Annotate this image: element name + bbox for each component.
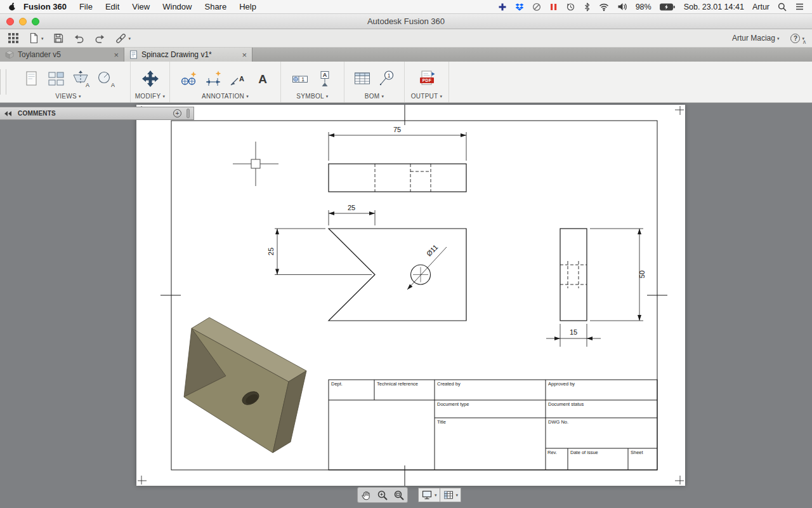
tab-toylander[interactable]: Toylander v5 × [0,48,124,62]
output-menu[interactable]: OUTPUT▾ [411,93,443,100]
spotlight-search-icon[interactable] [778,3,787,11]
collapse-panel-icon[interactable] [4,110,13,117]
drawing-sheet[interactable]: 75 25 25 Ø11 [136,105,685,486]
pdf-label: PDF [422,78,431,83]
menu-share[interactable]: Share [198,2,233,11]
caret-down-icon: ▾ [79,94,81,98]
leader-text-icon[interactable]: A [228,69,247,88]
document-tabbar: Toylander v5 × Spinacz Drawing v1* × [0,48,812,62]
modify-menu[interactable]: MODIFY▾ [135,93,166,100]
dim-notch-depth-text: 25 [348,204,355,211]
move-icon[interactable] [141,69,160,88]
pan-button[interactable] [358,488,374,502]
caret-down-icon: ▾ [440,94,443,98]
window-zoom-button[interactable] [32,18,39,25]
account-menu[interactable]: Artur Maciag ▾ [732,34,780,43]
zoom-button[interactable] [374,488,391,502]
dimension-notch-depth[interactable]: 25 [329,204,375,225]
wifi-icon[interactable] [599,2,609,11]
dimension-icon[interactable] [179,69,198,88]
pause-icon[interactable] [549,3,558,11]
undo-button[interactable] [73,32,85,44]
ribbon-group-output: PDF OUTPUT▾ [405,62,449,102]
window-minimize-button[interactable] [19,18,27,25]
caret-down-icon: ▾ [129,36,131,41]
notification-center-icon[interactable] [795,3,804,11]
collapse-toolbar-chevron[interactable]: ∧ [799,39,809,45]
bom-label: BOM [365,93,380,100]
macos-menubar: Fusion 360 File Edit View Window Share H… [0,0,812,14]
menubar-clock[interactable]: Sob. 23.01 14:41 [684,3,744,11]
time-machine-icon[interactable] [566,2,575,11]
view-origin-marker[interactable] [233,142,278,186]
window-close-button[interactable] [6,18,14,25]
zoom-window-button[interactable] [391,488,407,502]
comments-scrollbar[interactable] [187,109,190,118]
balloon-icon[interactable]: 1 [377,69,396,88]
table-icon[interactable] [353,69,372,88]
dimension-height[interactable]: 50 [590,229,646,321]
sheet-frame [138,105,684,486]
iso-view[interactable] [184,318,306,453]
menu-help[interactable]: Help [233,2,263,11]
grid-settings-button[interactable]: ▾ [440,488,462,502]
account-name: Artur Maciag [732,34,775,43]
bom-menu[interactable]: BOM▾ [365,93,384,100]
save-button[interactable] [53,32,64,44]
caret-down-icon: ▾ [246,94,249,98]
close-tab-icon[interactable]: × [242,51,247,59]
annotation-label: ANNOTATION [202,93,244,100]
projected-view-icon[interactable] [46,69,65,88]
titleblock-title: Title [437,419,446,425]
menu-view[interactable]: View [126,2,156,11]
annotation-menu[interactable]: ANNOTATION▾ [202,93,249,100]
volume-icon[interactable] [617,2,627,11]
views-menu[interactable]: VIEWS▾ [55,93,81,100]
menu-app-name[interactable]: Fusion 360 [17,2,73,11]
detail-view-icon[interactable]: A [96,69,115,88]
base-view-icon[interactable] [22,69,41,88]
text-icon[interactable]: A [253,69,272,88]
section-view-icon[interactable]: A [71,69,90,88]
detail-label: A [111,82,115,88]
comments-panel-bar[interactable]: COMMENTS + [0,107,194,120]
file-menu-button[interactable]: ▾ [28,32,44,44]
menu-window[interactable]: Window [156,2,198,11]
window-titlebar[interactable]: Autodesk Fusion 360 [0,14,812,29]
dimension-notch-height[interactable]: 25 [267,229,372,275]
close-tab-icon[interactable]: × [114,51,119,59]
output-label: OUTPUT [411,93,438,100]
share-link-button[interactable]: ▾ [115,32,131,44]
dimension-thickness[interactable]: 15 [546,324,601,347]
app-toolbar: ▾ ▾ Artur Maciag ▾ ? ▾ [0,29,812,48]
feature-control-frame-icon[interactable]: 1 [291,69,310,88]
ribbon-grip[interactable] [0,69,6,95]
menu-file[interactable]: File [73,2,99,11]
redo-button[interactable] [94,32,106,44]
data-panel-button[interactable] [8,32,19,44]
apple-menu-icon[interactable] [8,2,17,11]
battery-icon[interactable] [660,3,676,11]
top-view[interactable] [329,164,466,192]
pdf-output-icon[interactable]: PDF [417,69,436,88]
fusion-360-window: Fusion 360 File Edit View Window Share H… [0,0,812,508]
menu-edit[interactable]: Edit [99,2,126,11]
add-comment-button[interactable]: + [173,109,181,117]
ribbon-group-annotation: A A ANNOTATION▾ [170,62,281,102]
tab-spinacz-drawing[interactable]: Spinacz Drawing v1* × [124,48,252,62]
dimension-width[interactable]: 75 [329,126,466,161]
display-settings-button[interactable]: ▾ [418,488,440,502]
do-not-disturb-icon[interactable] [532,3,541,11]
section-label: A [86,82,89,88]
ordinate-dimension-icon[interactable] [204,69,223,88]
symbol-menu[interactable]: SYMBOL▾ [296,93,328,100]
title-block[interactable]: Dept. Technical reference Created by App… [329,380,657,470]
dropbox-icon[interactable] [515,3,524,11]
datum-icon[interactable]: A [315,69,334,88]
symbol-label: SYMBOL [296,93,324,100]
caret-down-icon: ▾ [326,94,329,98]
bluetooth-icon[interactable] [584,3,591,11]
status-app-icon[interactable] [498,3,507,11]
menubar-user[interactable]: Artur [752,3,769,11]
side-view[interactable] [560,229,587,321]
